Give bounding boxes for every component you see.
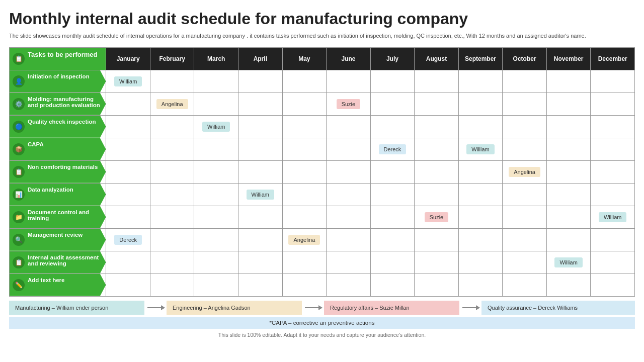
cell-4-june: [327, 160, 371, 183]
table-row: 📋Non comforting materialsAngelina: [10, 160, 635, 183]
cell-1-september: [458, 93, 503, 115]
cell-6-september: [458, 206, 503, 228]
cell-6-june: [327, 206, 371, 228]
task-icon-2: 🔵: [13, 121, 25, 133]
cell-5-january: [106, 183, 150, 206]
cell-5-december: [591, 183, 635, 206]
cell-3-may: [282, 138, 327, 160]
month-jun: June: [327, 47, 371, 70]
cell-6-december: William: [591, 206, 635, 228]
slide: Monthly internal audit schedule for manu…: [0, 0, 644, 362]
cell-1-june: Suzie: [327, 93, 371, 115]
cell-8-november: William: [546, 251, 591, 274]
task-icon-1: ⚙️: [13, 98, 25, 110]
cell-6-april: [238, 206, 283, 228]
cell-6-october: [503, 206, 547, 228]
cell-1-february: Angelina: [150, 93, 194, 115]
cell-0-june: [327, 70, 371, 93]
cell-4-may: [282, 160, 327, 183]
cell-0-december: [591, 70, 635, 93]
cell-2-december: [591, 115, 635, 138]
cell-1-march: [194, 93, 238, 115]
auditor-badge: Dereck: [379, 144, 407, 154]
cell-1-november: [546, 93, 591, 115]
cell-9-may: [282, 274, 327, 296]
cell-1-april: [238, 93, 283, 115]
cell-9-march: [194, 274, 238, 296]
cell-7-april: [238, 228, 283, 251]
cell-9-october: [503, 274, 547, 296]
legend-item-1: Engineering – Angelina Gadson: [167, 301, 320, 315]
legend-color-1: Engineering – Angelina Gadson: [167, 301, 302, 315]
cell-8-december: [591, 251, 635, 274]
cell-3-october: [503, 138, 547, 160]
cell-4-december: [591, 160, 635, 183]
cell-4-september: [458, 160, 503, 183]
month-feb: February: [150, 47, 194, 70]
cell-6-august: Suzie: [415, 206, 459, 228]
cell-8-april: [238, 251, 283, 274]
cell-9-september: [458, 274, 503, 296]
table-row: ✏️Add text here: [10, 274, 635, 296]
capa-note: *CAPA – corrective an preventive actions: [9, 317, 635, 329]
cell-6-january: [106, 206, 150, 228]
cell-8-february: [150, 251, 194, 274]
cell-3-december: [591, 138, 635, 160]
cell-3-july: Dereck: [370, 138, 415, 160]
table-row: 🔍Management reviewDereckAngelina: [10, 228, 635, 251]
cell-2-june: [327, 115, 371, 138]
legend-arrow-0: [147, 307, 163, 308]
table-row: 👤Initiation of inspectionWilliam: [10, 70, 635, 93]
cell-0-october: [503, 70, 547, 93]
footer-note: This slide is 100% editable. Adapt it to…: [9, 332, 635, 338]
header-icon: 📋: [13, 53, 25, 65]
auditor-badge: William: [202, 122, 230, 132]
cell-1-december: [591, 93, 635, 115]
cell-3-january: [106, 138, 150, 160]
auditor-badge: Dereck: [114, 235, 142, 245]
cell-8-september: [458, 251, 503, 274]
cell-1-may: [282, 93, 327, 115]
cell-8-march: [194, 251, 238, 274]
task-icon-5: 📊: [13, 189, 25, 201]
cell-8-october: [503, 251, 547, 274]
page-title: Monthly internal audit schedule for manu…: [9, 9, 635, 28]
cell-3-september: William: [458, 138, 503, 160]
cell-4-march: [194, 160, 238, 183]
schedule-table: 📋 Tasks to be performed January February…: [9, 47, 635, 297]
month-nov: November: [546, 47, 591, 70]
header-task-cell: 📋 Tasks to be performed: [10, 48, 106, 70]
auditor-badge: Suzie: [425, 212, 449, 222]
cell-3-march: [194, 138, 238, 160]
page-subtitle: The slide showcases monthly audit schedu…: [9, 32, 635, 40]
cell-2-july: [370, 115, 415, 138]
cell-8-july: [370, 251, 415, 274]
cell-5-june: [327, 183, 371, 206]
cell-6-may: [282, 206, 327, 228]
cell-8-january: [106, 251, 150, 274]
cell-5-february: [150, 183, 194, 206]
task-cell-9: ✏️Add text here: [10, 274, 106, 296]
cell-8-may: [282, 251, 327, 274]
cell-9-april: [238, 274, 283, 296]
legend-item-2: Regulatory affairs – Suzie Millan: [324, 301, 477, 315]
task-cell-6: 📁Document control and training: [10, 206, 106, 228]
cell-0-february: [150, 70, 194, 93]
cell-0-november: [546, 70, 591, 93]
legend-item-3: Quality assurance – Dereck Williams: [481, 301, 635, 315]
cell-2-september: [458, 115, 503, 138]
cell-3-august: [415, 138, 459, 160]
cell-6-march: [194, 206, 238, 228]
cell-4-january: [106, 160, 150, 183]
task-cell-4: 📋Non comforting materials: [10, 161, 106, 183]
cell-7-march: [194, 228, 238, 251]
auditor-badge: Angelina: [509, 167, 540, 177]
cell-6-february: [150, 206, 194, 228]
cell-5-april: William: [238, 183, 283, 206]
cell-5-september: [458, 183, 503, 206]
cell-3-november: [546, 138, 591, 160]
table-row: ⚙️Molding: manufacturing and production …: [10, 93, 635, 115]
cell-0-may: [282, 70, 327, 93]
task-cell-5: 📊Data analyzation: [10, 184, 106, 206]
task-icon-9: ✏️: [13, 279, 25, 291]
